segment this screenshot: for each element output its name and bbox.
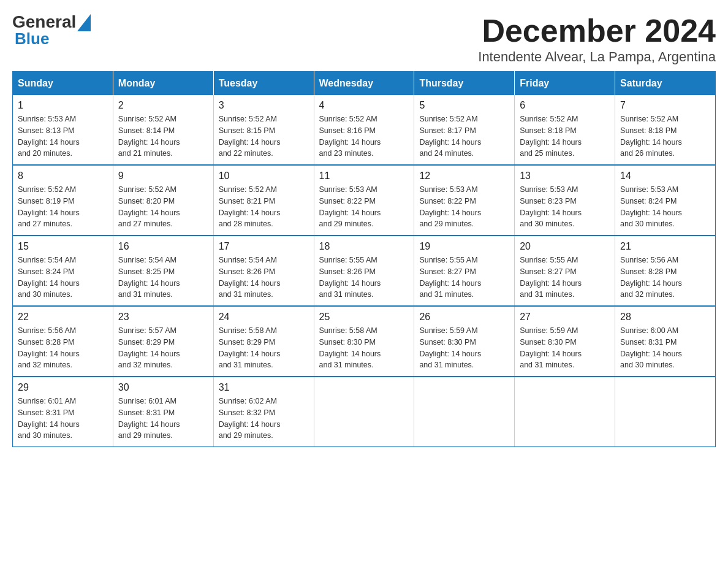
day-number: 5 [419, 100, 509, 111]
calendar-cell [414, 377, 515, 447]
title-block: December 2024 Intendente Alvear, La Pamp… [478, 12, 716, 65]
weekday-header-saturday: Saturday [615, 72, 716, 96]
day-info: Sunrise: 5:58 AM Sunset: 8:30 PM Dayligh… [319, 325, 409, 371]
weekday-header-wednesday: Wednesday [314, 72, 414, 96]
day-number: 30 [118, 382, 208, 393]
page-subtitle: Intendente Alvear, La Pampa, Argentina [478, 49, 716, 65]
calendar-cell: 23 Sunrise: 5:57 AM Sunset: 8:29 PM Dayl… [113, 306, 213, 377]
day-info: Sunrise: 5:52 AM Sunset: 8:14 PM Dayligh… [118, 113, 208, 159]
page-title: December 2024 [478, 12, 716, 49]
day-info: Sunrise: 5:52 AM Sunset: 8:15 PM Dayligh… [219, 113, 309, 159]
day-info: Sunrise: 6:01 AM Sunset: 8:31 PM Dayligh… [118, 396, 208, 442]
day-info: Sunrise: 5:52 AM Sunset: 8:18 PM Dayligh… [620, 113, 710, 159]
day-info: Sunrise: 6:01 AM Sunset: 8:31 PM Dayligh… [18, 396, 108, 442]
day-number: 28 [620, 312, 710, 323]
calendar-cell: 5 Sunrise: 5:52 AM Sunset: 8:17 PM Dayli… [414, 95, 515, 165]
day-number: 8 [18, 170, 108, 182]
day-info: Sunrise: 5:53 AM Sunset: 8:13 PM Dayligh… [18, 113, 108, 159]
calendar-cell: 21 Sunrise: 5:56 AM Sunset: 8:28 PM Dayl… [615, 236, 716, 306]
day-info: Sunrise: 5:53 AM Sunset: 8:23 PM Dayligh… [520, 184, 610, 230]
day-number: 23 [118, 312, 208, 323]
weekday-header-thursday: Thursday [414, 72, 515, 96]
day-info: Sunrise: 6:02 AM Sunset: 8:32 PM Dayligh… [219, 396, 309, 442]
logo: General Blue [12, 12, 91, 48]
calendar-cell: 14 Sunrise: 5:53 AM Sunset: 8:24 PM Dayl… [615, 165, 716, 236]
day-info: Sunrise: 5:55 AM Sunset: 8:27 PM Dayligh… [419, 255, 509, 301]
day-info: Sunrise: 5:52 AM Sunset: 8:19 PM Dayligh… [18, 184, 108, 230]
calendar-week-3: 15 Sunrise: 5:54 AM Sunset: 8:24 PM Dayl… [13, 236, 716, 306]
calendar-cell: 30 Sunrise: 6:01 AM Sunset: 8:31 PM Dayl… [113, 377, 213, 447]
calendar-cell: 26 Sunrise: 5:59 AM Sunset: 8:30 PM Dayl… [414, 306, 515, 377]
day-number: 10 [219, 170, 309, 182]
day-info: Sunrise: 5:52 AM Sunset: 8:17 PM Dayligh… [419, 113, 509, 159]
day-number: 2 [118, 100, 208, 111]
day-info: Sunrise: 5:55 AM Sunset: 8:27 PM Dayligh… [520, 255, 610, 301]
day-number: 15 [18, 241, 108, 252]
calendar-cell: 6 Sunrise: 5:52 AM Sunset: 8:18 PM Dayli… [515, 95, 615, 165]
calendar-cell: 28 Sunrise: 6:00 AM Sunset: 8:31 PM Dayl… [615, 306, 716, 377]
calendar-cell: 12 Sunrise: 5:53 AM Sunset: 8:22 PM Dayl… [414, 165, 515, 236]
day-number: 25 [319, 312, 409, 323]
calendar-cell: 2 Sunrise: 5:52 AM Sunset: 8:14 PM Dayli… [113, 95, 213, 165]
day-number: 19 [419, 241, 509, 252]
day-number: 21 [620, 241, 710, 252]
day-number: 7 [620, 100, 710, 111]
day-info: Sunrise: 5:58 AM Sunset: 8:29 PM Dayligh… [219, 325, 309, 371]
calendar-cell: 18 Sunrise: 5:55 AM Sunset: 8:26 PM Dayl… [314, 236, 414, 306]
day-number: 9 [118, 170, 208, 182]
calendar-week-2: 8 Sunrise: 5:52 AM Sunset: 8:19 PM Dayli… [13, 165, 716, 236]
day-number: 13 [520, 170, 610, 182]
calendar-cell: 4 Sunrise: 5:52 AM Sunset: 8:16 PM Dayli… [314, 95, 414, 165]
day-info: Sunrise: 5:59 AM Sunset: 8:30 PM Dayligh… [419, 325, 509, 371]
calendar-cell: 25 Sunrise: 5:58 AM Sunset: 8:30 PM Dayl… [314, 306, 414, 377]
weekday-header-friday: Friday [515, 72, 615, 96]
day-number: 6 [520, 100, 610, 111]
day-info: Sunrise: 5:59 AM Sunset: 8:30 PM Dayligh… [520, 325, 610, 371]
day-info: Sunrise: 5:52 AM Sunset: 8:18 PM Dayligh… [520, 113, 610, 159]
calendar-cell: 15 Sunrise: 5:54 AM Sunset: 8:24 PM Dayl… [13, 236, 113, 306]
weekday-header-monday: Monday [113, 72, 213, 96]
day-info: Sunrise: 5:57 AM Sunset: 8:29 PM Dayligh… [118, 325, 208, 371]
calendar-cell: 13 Sunrise: 5:53 AM Sunset: 8:23 PM Dayl… [515, 165, 615, 236]
day-number: 24 [219, 312, 309, 323]
day-info: Sunrise: 5:52 AM Sunset: 8:21 PM Dayligh… [219, 184, 309, 230]
day-number: 12 [419, 170, 509, 182]
day-info: Sunrise: 5:56 AM Sunset: 8:28 PM Dayligh… [18, 325, 108, 371]
day-info: Sunrise: 5:52 AM Sunset: 8:16 PM Dayligh… [319, 113, 409, 159]
calendar-cell: 9 Sunrise: 5:52 AM Sunset: 8:20 PM Dayli… [113, 165, 213, 236]
calendar-cell: 19 Sunrise: 5:55 AM Sunset: 8:27 PM Dayl… [414, 236, 515, 306]
calendar-table: SundayMondayTuesdayWednesdayThursdayFrid… [12, 71, 716, 447]
calendar-week-1: 1 Sunrise: 5:53 AM Sunset: 8:13 PM Dayli… [13, 95, 716, 165]
calendar-cell [615, 377, 716, 447]
day-info: Sunrise: 5:55 AM Sunset: 8:26 PM Dayligh… [319, 255, 409, 301]
day-number: 4 [319, 100, 409, 111]
day-number: 1 [18, 100, 108, 111]
day-number: 29 [18, 382, 108, 393]
day-number: 3 [219, 100, 309, 111]
calendar-cell: 24 Sunrise: 5:58 AM Sunset: 8:29 PM Dayl… [213, 306, 314, 377]
calendar-cell: 17 Sunrise: 5:54 AM Sunset: 8:26 PM Dayl… [213, 236, 314, 306]
calendar-cell: 11 Sunrise: 5:53 AM Sunset: 8:22 PM Dayl… [314, 165, 414, 236]
calendar-week-4: 22 Sunrise: 5:56 AM Sunset: 8:28 PM Dayl… [13, 306, 716, 377]
day-number: 18 [319, 241, 409, 252]
calendar-cell: 29 Sunrise: 6:01 AM Sunset: 8:31 PM Dayl… [13, 377, 113, 447]
day-info: Sunrise: 5:54 AM Sunset: 8:24 PM Dayligh… [18, 255, 108, 301]
page-header: General Blue December 2024 Intendente Al… [12, 12, 716, 65]
day-number: 20 [520, 241, 610, 252]
day-info: Sunrise: 5:53 AM Sunset: 8:24 PM Dayligh… [620, 184, 710, 230]
day-info: Sunrise: 5:52 AM Sunset: 8:20 PM Dayligh… [118, 184, 208, 230]
day-info: Sunrise: 5:53 AM Sunset: 8:22 PM Dayligh… [319, 184, 409, 230]
day-number: 31 [219, 382, 309, 393]
logo-triangle-icon [77, 14, 91, 31]
calendar-cell: 31 Sunrise: 6:02 AM Sunset: 8:32 PM Dayl… [213, 377, 314, 447]
day-number: 17 [219, 241, 309, 252]
calendar-cell: 3 Sunrise: 5:52 AM Sunset: 8:15 PM Dayli… [213, 95, 314, 165]
calendar-cell: 16 Sunrise: 5:54 AM Sunset: 8:25 PM Dayl… [113, 236, 213, 306]
day-number: 14 [620, 170, 710, 182]
day-info: Sunrise: 5:54 AM Sunset: 8:26 PM Dayligh… [219, 255, 309, 301]
day-number: 11 [319, 170, 409, 182]
calendar-cell: 27 Sunrise: 5:59 AM Sunset: 8:30 PM Dayl… [515, 306, 615, 377]
calendar-cell: 20 Sunrise: 5:55 AM Sunset: 8:27 PM Dayl… [515, 236, 615, 306]
calendar-cell [314, 377, 414, 447]
weekday-header-tuesday: Tuesday [213, 72, 314, 96]
